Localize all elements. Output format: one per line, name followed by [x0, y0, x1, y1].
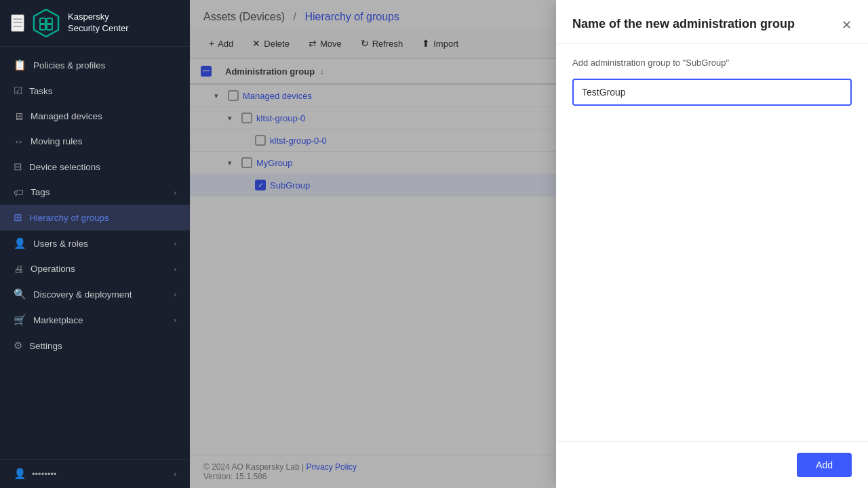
- sidebar-item-moving-rules[interactable]: ↔ Moving rules: [0, 129, 190, 154]
- settings-icon: ⚙: [14, 340, 22, 352]
- dialog-close-button[interactable]: ✕: [842, 18, 852, 33]
- dialog-subtitle: Add administration group to "SubGroup": [572, 58, 852, 68]
- dialog-footer: Add: [556, 441, 868, 488]
- sidebar-item-managed-devices[interactable]: 🖥 Managed devices: [0, 104, 190, 129]
- marketplace-icon: 🛒: [14, 314, 26, 326]
- svg-rect-3: [40, 24, 45, 30]
- sidebar-item-marketplace[interactable]: 🛒 Marketplace ›: [0, 307, 190, 333]
- logo-area: Kaspersky Security Center: [31, 8, 129, 38]
- dialog-title: Name of the new administration group: [572, 16, 795, 32]
- dialog-add-button[interactable]: Add: [797, 453, 852, 477]
- marketplace-chevron: ›: [174, 316, 176, 324]
- policies-icon: 📋: [14, 59, 26, 71]
- tasks-icon: ☑: [14, 85, 22, 97]
- moving-rules-icon: ↔: [14, 136, 24, 147]
- user-info[interactable]: 👤 ••••••••: [14, 468, 56, 480]
- tags-chevron: ›: [174, 188, 176, 197]
- discovery-chevron: ›: [174, 290, 176, 298]
- managed-devices-icon: 🖥: [14, 110, 24, 122]
- sidebar-item-tags[interactable]: 🏷 Tags ›: [0, 180, 190, 205]
- sidebar-item-settings[interactable]: ⚙ Settings: [0, 333, 190, 359]
- sidebar-item-device-selections[interactable]: ⊟ Device selections: [0, 154, 190, 180]
- device-selections-icon: ⊟: [14, 161, 22, 173]
- logo-icon: [31, 8, 61, 38]
- operations-icon: 🖨: [14, 263, 24, 274]
- hierarchy-icon: ⊞: [14, 211, 22, 224]
- sidebar-footer: 👤 •••••••• ›: [0, 459, 190, 488]
- tags-icon: 🏷: [14, 186, 24, 198]
- users-roles-icon: 👤: [14, 237, 26, 249]
- sidebar-item-users-roles[interactable]: 👤 Users & roles ›: [0, 230, 190, 256]
- sidebar-header: ☰ Kaspersky Security Center: [0, 0, 190, 47]
- svg-rect-4: [47, 24, 52, 30]
- sidebar-item-tasks[interactable]: ☑ Tasks: [0, 78, 190, 104]
- sidebar-nav: 📋 Policies & profiles ☑ Tasks 🖥 Managed …: [0, 47, 190, 459]
- hamburger-button[interactable]: ☰: [11, 14, 24, 32]
- discovery-icon: 🔍: [14, 288, 26, 300]
- logo-text: Kaspersky Security Center: [68, 12, 129, 35]
- users-roles-chevron: ›: [174, 239, 176, 247]
- user-chevron[interactable]: ›: [174, 470, 176, 478]
- group-name-input[interactable]: [572, 79, 852, 106]
- sidebar-item-policies[interactable]: 📋 Policies & profiles: [0, 52, 190, 78]
- user-icon: 👤: [14, 468, 26, 480]
- dialog: Name of the new administration group ✕ A…: [556, 0, 868, 488]
- sidebar: ☰ Kaspersky Security Center 📋 Policies &…: [0, 0, 190, 488]
- sidebar-item-operations[interactable]: 🖨 Operations ›: [0, 256, 190, 281]
- sidebar-item-hierarchy[interactable]: ⊞ Hierarchy of groups: [0, 205, 190, 230]
- operations-chevron: ›: [174, 265, 176, 273]
- dialog-body: Add administration group to "SubGroup": [556, 44, 868, 441]
- dialog-header: Name of the new administration group ✕: [556, 0, 868, 44]
- sidebar-item-discovery[interactable]: 🔍 Discovery & deployment ›: [0, 281, 190, 307]
- svg-rect-1: [40, 18, 45, 24]
- svg-rect-2: [47, 18, 52, 24]
